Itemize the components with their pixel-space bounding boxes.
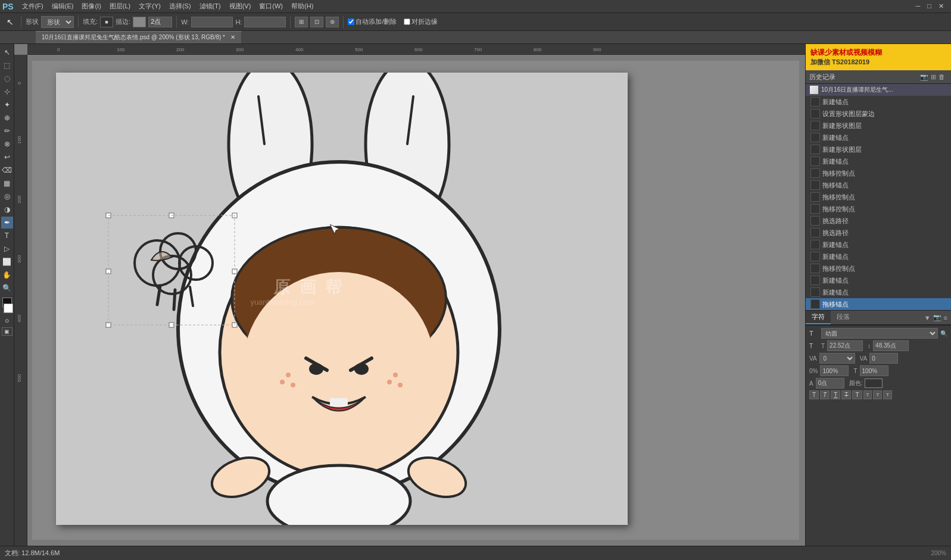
- history-delete-icon[interactable]: 🗑: [938, 73, 945, 81]
- history-item-13[interactable]: 新建锚点: [806, 251, 951, 262]
- shape-tool[interactable]: ⬜: [1, 256, 13, 268]
- gradient-tool[interactable]: ▦: [1, 177, 13, 189]
- tab-paragraph[interactable]: 段落: [831, 311, 856, 324]
- svg-point-34: [286, 373, 291, 377]
- menu-help[interactable]: 帮助(H): [288, 1, 317, 12]
- history-item-2[interactable]: 新建形状图层: [806, 120, 951, 132]
- history-item-6[interactable]: 拖移控制点: [806, 167, 951, 179]
- scale-h-input[interactable]: [820, 365, 849, 376]
- anti-alias-check[interactable]: 对折边缘: [404, 17, 438, 26]
- svg-point-35: [387, 380, 392, 384]
- doc-tab[interactable]: 10月16日直播课邦尼兔生气酷态表情.psd @ 200% (形状 13, RG…: [36, 31, 242, 43]
- stroke-size-input[interactable]: [148, 17, 172, 27]
- subscript-btn[interactable]: T: [883, 390, 892, 399]
- history-item-14[interactable]: 拖移控制点: [806, 262, 951, 274]
- history-snapshot[interactable]: 10月16日直播谭邦尼生气...: [806, 84, 951, 96]
- history-item-5[interactable]: 新建锚点: [806, 155, 951, 167]
- kerning-select[interactable]: 0: [819, 353, 855, 364]
- zoom-tool[interactable]: 🔍: [1, 282, 13, 294]
- font-family-select[interactable]: 幼圆: [821, 328, 938, 339]
- crop-tool[interactable]: ⊹: [1, 86, 13, 98]
- history-brush-tool[interactable]: ↩: [1, 151, 13, 163]
- brush-tool[interactable]: ✏: [1, 125, 13, 137]
- history-item-16[interactable]: 新建锚点: [806, 286, 951, 298]
- menu-select[interactable]: 选择(S): [166, 1, 195, 12]
- height-input[interactable]: 88.53 像: [244, 17, 286, 27]
- tab-close-icon[interactable]: ✕: [230, 34, 235, 40]
- quick-mask-btn[interactable]: ⊙: [3, 317, 11, 325]
- eyedropper-tool[interactable]: ✦: [1, 99, 13, 111]
- menu-filter[interactable]: 滤镜(T): [196, 1, 225, 12]
- minimize-btn[interactable]: ─: [913, 2, 923, 10]
- history-item-9[interactable]: 拖移控制点: [806, 203, 951, 215]
- screen-mode-btn[interactable]: ▣: [2, 327, 13, 336]
- text-tool[interactable]: T: [1, 230, 13, 242]
- pen-tool[interactable]: ✒: [1, 217, 13, 229]
- shape-select[interactable]: 矩形 形状: [41, 16, 74, 28]
- stroke-color-swatch[interactable]: [133, 17, 146, 27]
- allcaps-btn[interactable]: T: [852, 390, 862, 399]
- select-tool[interactable]: ⬚: [1, 60, 13, 71]
- eraser-tool[interactable]: ⌫: [1, 164, 13, 176]
- color-swatch[interactable]: [865, 378, 883, 388]
- history-item-7[interactable]: 拖移锚点: [806, 179, 951, 191]
- menu-view[interactable]: 视图(V): [226, 1, 255, 12]
- hist-thumb-11: [810, 228, 820, 237]
- canvas-area[interactable]: 0 100 200 300 400 500 600 700 800 900 0 …: [14, 44, 805, 546]
- move-tool[interactable]: ↖: [1, 46, 13, 58]
- underline-btn[interactable]: T: [831, 390, 840, 399]
- history-item-15[interactable]: 新建锚点: [806, 274, 951, 286]
- fill-color-swatch[interactable]: ■: [100, 17, 113, 27]
- align-btn-2[interactable]: ⊡: [310, 17, 323, 27]
- menu-file[interactable]: 文件(F): [18, 1, 47, 12]
- close-btn[interactable]: ✕: [936, 2, 946, 10]
- bold-btn[interactable]: T: [809, 390, 819, 399]
- history-item-3[interactable]: 新建锚点: [806, 132, 951, 143]
- heal-tool[interactable]: ⊕: [1, 112, 13, 124]
- menu-window[interactable]: 窗口(W): [255, 1, 286, 12]
- lasso-tool[interactable]: ◌: [1, 73, 13, 85]
- scale-v-input[interactable]: [860, 365, 888, 376]
- auto-add-check[interactable]: 自动添加/删除: [348, 17, 397, 26]
- history-item-17[interactable]: 拖移锚点: [806, 298, 951, 310]
- hist-thumb-0: [810, 97, 820, 107]
- font-size-input[interactable]: [827, 340, 863, 351]
- align-btn-3[interactable]: ⊛: [326, 17, 339, 27]
- font-search-icon[interactable]: 🔍: [940, 330, 947, 337]
- history-item-1[interactable]: 设置形状图层蒙边: [806, 108, 951, 120]
- tab-character[interactable]: 字符: [806, 311, 831, 324]
- clone-tool[interactable]: ⊗: [1, 138, 13, 150]
- width-input[interactable]: 90.69 像: [191, 17, 233, 27]
- strikethrough-btn[interactable]: T: [841, 390, 851, 399]
- history-new-icon[interactable]: ⊞: [931, 73, 936, 81]
- hand-tool[interactable]: ✋: [1, 269, 13, 281]
- superscript-btn[interactable]: T: [873, 390, 882, 399]
- history-item-10[interactable]: 挑选路径: [806, 215, 951, 227]
- path-select-tool[interactable]: ▷: [1, 243, 13, 255]
- history-item-12[interactable]: 新建锚点: [806, 239, 951, 251]
- background-color[interactable]: [4, 304, 13, 313]
- history-item-0[interactable]: 新建锚点: [806, 96, 951, 108]
- tracking-input[interactable]: [869, 353, 898, 364]
- history-item-4[interactable]: 新建形状图层: [806, 143, 951, 155]
- menu-image[interactable]: 图像(I): [78, 1, 104, 12]
- line-height-input[interactable]: [873, 340, 909, 351]
- font-size-label: T: [821, 343, 825, 349]
- italic-btn[interactable]: T: [820, 390, 830, 399]
- move-tool-icon[interactable]: ↖: [4, 15, 17, 29]
- menu-text[interactable]: 文字(Y): [135, 1, 164, 12]
- history-snapshot-icon[interactable]: 📷: [920, 73, 928, 81]
- blur-tool[interactable]: ◎: [1, 190, 13, 202]
- panel-chevron-icon[interactable]: ▼: [924, 314, 931, 321]
- history-item-11[interactable]: 挑选路径: [806, 227, 951, 239]
- smallcaps-btn[interactable]: T: [863, 390, 872, 399]
- history-item-8[interactable]: 拖移控制点: [806, 191, 951, 203]
- panel-settings-icon[interactable]: ≡: [944, 314, 947, 321]
- maximize-btn[interactable]: □: [925, 2, 934, 10]
- dodge-tool[interactable]: ◑: [1, 204, 13, 215]
- menu-layer[interactable]: 图层(L): [106, 1, 134, 12]
- align-btn-1[interactable]: ⊞: [295, 17, 308, 27]
- baseline-input[interactable]: [816, 378, 844, 389]
- panel-camera-icon[interactable]: 📷: [933, 314, 941, 321]
- menu-edit[interactable]: 编辑(E): [48, 1, 77, 12]
